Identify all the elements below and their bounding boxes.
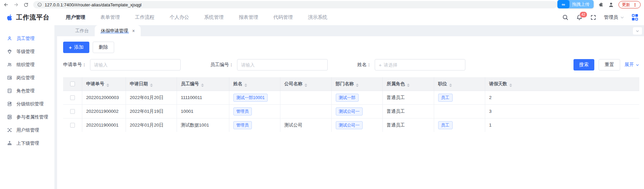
menu-item-3[interactable]: 工作流程 [135,14,154,20]
row-checkbox-cell [63,104,82,118]
row-checkbox[interactable] [70,109,75,114]
refresh-icon[interactable] [24,2,29,7]
content-area: 工作台休假申请管理× + 添加 删除 申请单号：员工编号：姓名：+ 搜索 [54,25,644,189]
table-cell: 测试公司一 [331,118,382,132]
column-header[interactable]: 申请日期 [126,77,177,91]
tag-link[interactable]: 测试公司一 [336,107,363,115]
sidebar-item-6[interactable]: 分级组织管理 [0,97,54,110]
sidebar-item-9[interactable]: 上下级管理 [0,137,54,150]
menu-item-4[interactable]: 个人办公 [170,14,189,20]
tab-collapse-button[interactable] [633,27,642,35]
sidebar-item-2[interactable]: 等级管理 [0,45,54,58]
sidebar-item-8[interactable]: 用户组管理 [0,124,54,137]
kebab-menu-icon[interactable]: ⋮ [633,2,637,7]
filter-group-3: 姓名：+ [357,59,465,70]
tag-link[interactable]: 测试公司一 [336,121,363,129]
tab-1[interactable]: 工作台 [70,25,95,36]
sort-caret-icon[interactable] [356,84,359,87]
sidebar-item-5[interactable]: 角色管理 [0,84,54,97]
sort-caret-icon[interactable] [150,84,153,87]
extension-tooltip-label: 拖拽上传 [568,0,594,8]
content-card: + 添加 删除 申请单号：员工编号：姓名：+ 搜索 重置 展开 [57,36,644,189]
filter-label: 申请单号： [63,62,87,68]
tag-link[interactable]: 测试一部10001 [233,94,268,102]
sidebar-item-label: 用户组管理 [16,127,39,133]
forward-icon[interactable] [13,2,19,7]
table-row-3: 20220119000012022年01月20日测试数据1001管理员测试公司测… [63,118,639,132]
menu-item-1[interactable]: 用户管理 [66,14,85,20]
expand-toggle[interactable]: 展开 [625,62,639,68]
reset-button[interactable]: 重置 [599,59,620,70]
tag-link[interactable]: 员工 [438,121,453,129]
column-header[interactable]: 申请单号 [82,77,126,91]
navbar-right: 42 管理员 [562,14,638,20]
table-cell: 2 [485,91,639,104]
column-header[interactable]: 姓名 [229,77,280,91]
diamond-icon [7,49,12,54]
apple-logo-icon [6,14,13,21]
close-icon[interactable]: × [132,29,135,33]
sort-caret-icon[interactable] [201,84,204,87]
sort-caret-icon[interactable] [305,84,307,87]
column-header[interactable]: 职位 [434,77,485,91]
extension-logo-icon[interactable]: ∞ [557,0,569,8]
tag-link[interactable]: 管理员 [233,121,252,129]
column-header[interactable]: 所属角色 [382,77,434,91]
search-button[interactable]: 搜索 [573,59,594,70]
column-header[interactable]: 公司名称 [280,77,331,91]
sort-caret-icon[interactable] [449,84,452,87]
sort-caret-icon[interactable] [509,84,512,87]
apps-grid-icon[interactable] [632,14,638,20]
layers-icon [7,101,12,107]
search-icon[interactable] [562,14,568,20]
sidebar-item-label: 上下级管理 [16,140,39,146]
sort-caret-icon[interactable] [106,84,109,87]
profile-avatar-icon[interactable] [608,2,614,8]
address-bar[interactable]: 127.0.0.1:7400/#/router-alias/dataTempla… [33,1,557,8]
sidebar-item-label: 员工管理 [16,36,35,42]
tag-link[interactable]: 测试一部 [336,94,359,102]
sort-caret-icon[interactable] [407,84,410,87]
table-cell: 2022012000003 [82,91,126,104]
update-label: 更新 [622,2,630,8]
fullscreen-icon[interactable] [590,14,596,20]
delete-button[interactable]: 删除 [93,42,114,53]
back-icon[interactable] [3,2,9,7]
filter-actions: 搜索 重置 展开 [573,59,639,70]
sidebar-item-1[interactable]: 员工管理 [0,32,54,45]
menu-item-6[interactable]: 报表管理 [239,14,258,20]
row-checkbox[interactable] [70,123,75,128]
menu-item-5[interactable]: 系统管理 [204,14,224,20]
filter-row: 申请单号：员工编号：姓名：+ 搜索 重置 展开 [63,59,639,70]
sidebar-item-4[interactable]: 岗位管理 [0,71,54,84]
menu-item-8[interactable]: 演示系统 [308,14,327,20]
toolbar: + 添加 删除 [63,42,639,53]
row-checkbox[interactable] [70,95,75,100]
sidebar-item-3[interactable]: 组织管理 [0,58,54,71]
filter-input-1[interactable] [94,62,177,67]
tag-link[interactable]: 管理员 [233,107,252,115]
sort-caret-icon[interactable] [244,84,247,87]
add-button[interactable]: + 添加 [63,42,89,53]
tab-2[interactable]: 休假申请管理× [95,25,141,36]
row-checkbox-cell [63,118,82,132]
column-header[interactable]: 部门名称 [331,77,382,91]
menu-item-7[interactable]: 代码管理 [273,14,293,20]
column-header[interactable]: 员工编号 [177,77,229,91]
browser-update-button[interactable]: 更新 ⋮ [618,1,641,8]
info-icon[interactable] [37,2,42,7]
menu-item-2[interactable]: 表单管理 [100,14,120,20]
extension-icon[interactable] [599,2,604,7]
user-menu[interactable]: 管理员 [604,14,624,20]
notification-bell-icon[interactable]: 42 [576,14,583,20]
tag-link[interactable]: 员工 [438,94,453,102]
sidebar-item-7[interactable]: 参与者属性管理 [0,110,54,124]
filter-group-2: 员工编号： [210,59,328,70]
filter-input-3[interactable] [384,62,461,67]
filter-input-2[interactable] [241,62,324,67]
data-table-wrap: 申请单号申请日期员工编号姓名公司名称部门名称所属角色职位请假天数 2022012… [63,77,639,132]
sidebar-item-label: 岗位管理 [16,75,35,81]
app-logo[interactable]: 工作流平台 [6,13,50,22]
select-all-checkbox[interactable] [70,82,75,86]
column-header[interactable]: 请假天数 [485,77,639,91]
